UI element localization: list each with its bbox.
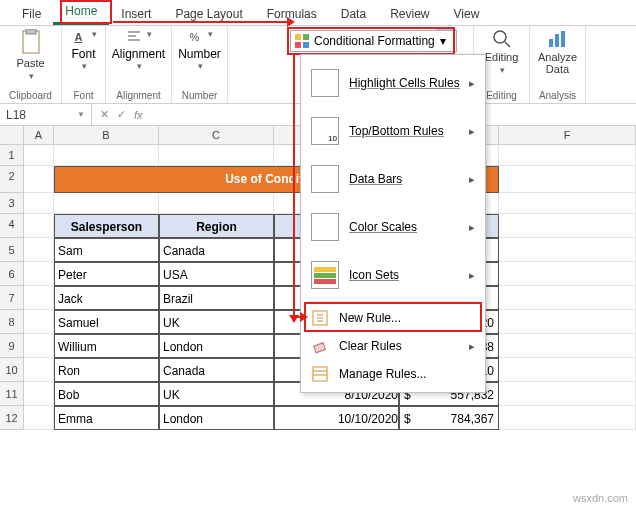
cell[interactable] — [24, 382, 54, 406]
chevron-right-icon: ▸ — [469, 77, 475, 90]
row-header[interactable]: 12 — [0, 406, 24, 430]
cell[interactable] — [499, 145, 636, 166]
menu-label: Clear Rules — [339, 339, 402, 353]
cell[interactable] — [499, 214, 636, 238]
align-icon[interactable] — [126, 29, 142, 45]
row-header[interactable]: 2 — [0, 166, 24, 193]
row-header[interactable]: 8 — [0, 310, 24, 334]
cell-region[interactable]: USA — [159, 262, 274, 286]
cell[interactable] — [499, 334, 636, 358]
cell[interactable] — [499, 358, 636, 382]
cell[interactable] — [159, 145, 274, 166]
cell[interactable] — [24, 214, 54, 238]
cell[interactable] — [24, 334, 54, 358]
cell-salesperson[interactable]: Jack — [54, 286, 159, 310]
svg-rect-5 — [555, 34, 559, 47]
cell-region[interactable]: London — [159, 334, 274, 358]
number-label[interactable]: Number — [178, 47, 221, 61]
col-header-c[interactable]: C — [159, 126, 274, 144]
percent-icon[interactable]: % — [187, 29, 203, 45]
cell[interactable] — [24, 238, 54, 262]
editing-button[interactable]: Editing ▾ — [480, 29, 524, 75]
menu-top-bottom-rules[interactable]: Top/Bottom Rules ▸ — [301, 107, 485, 155]
cell[interactable] — [24, 262, 54, 286]
tab-review[interactable]: Review — [378, 3, 441, 25]
cell-salesperson[interactable]: Samuel — [54, 310, 159, 334]
cell[interactable] — [54, 193, 159, 214]
arrow-home-to-cf — [113, 21, 288, 23]
cell-region[interactable]: Brazil — [159, 286, 274, 310]
font-icon[interactable]: A — [71, 29, 87, 45]
row-header[interactable]: 9 — [0, 334, 24, 358]
tab-data[interactable]: Data — [329, 3, 378, 25]
font-label[interactable]: Font — [71, 47, 95, 61]
cell[interactable] — [499, 262, 636, 286]
menu-label: Color Scales — [349, 220, 417, 234]
menu-icon-sets[interactable]: Icon Sets ▸ — [301, 251, 485, 299]
col-header-b[interactable]: B — [54, 126, 159, 144]
cell[interactable] — [24, 358, 54, 382]
cell-salesperson[interactable]: Bob — [54, 382, 159, 406]
row-header[interactable]: 6 — [0, 262, 24, 286]
paste-button[interactable]: Paste ▾ — [9, 29, 53, 81]
tab-view[interactable]: View — [442, 3, 492, 25]
cell-salesperson[interactable]: Ron — [54, 358, 159, 382]
row-header[interactable]: 11 — [0, 382, 24, 406]
clipboard-icon — [20, 29, 42, 55]
cell-salesperson[interactable]: Willium — [54, 334, 159, 358]
row-header[interactable]: 1 — [0, 145, 24, 166]
cell-salesperson[interactable]: Peter — [54, 262, 159, 286]
cell[interactable] — [24, 310, 54, 334]
svg-rect-9 — [313, 367, 327, 381]
fx-icon[interactable]: fx — [134, 109, 143, 121]
cell-region[interactable]: Canada — [159, 358, 274, 382]
paste-label: Paste — [16, 57, 44, 69]
name-box[interactable]: L18 ▼ — [0, 104, 92, 125]
row-header[interactable]: 7 — [0, 286, 24, 310]
menu-data-bars[interactable]: Data Bars ▸ — [301, 155, 485, 203]
group-clipboard-label: Clipboard — [0, 90, 61, 101]
enter-icon[interactable]: ✓ — [117, 108, 126, 121]
cell[interactable] — [24, 406, 54, 430]
row-header[interactable]: 10 — [0, 358, 24, 382]
header-region[interactable]: Region — [159, 214, 274, 238]
col-header-a[interactable]: A — [24, 126, 54, 144]
menu-color-scales[interactable]: Color Scales ▸ — [301, 203, 485, 251]
cell[interactable] — [499, 238, 636, 262]
row-header[interactable]: 5 — [0, 238, 24, 262]
analyze-data-button[interactable]: Analyze Data — [536, 29, 580, 75]
row-header[interactable]: 3 — [0, 193, 24, 214]
tab-file[interactable]: File — [10, 3, 53, 25]
svg-point-3 — [494, 31, 506, 43]
menu-highlight-cells-rules[interactable]: Highlight Cells Rules ▸ — [301, 59, 485, 107]
select-all[interactable] — [0, 126, 24, 144]
col-header-f[interactable]: F — [499, 126, 636, 144]
cell[interactable] — [24, 193, 54, 214]
alignment-label[interactable]: Alignment — [112, 47, 165, 61]
cell-amount[interactable]: $784,367 — [399, 406, 499, 430]
cell[interactable] — [499, 286, 636, 310]
cell-region[interactable]: London — [159, 406, 274, 430]
menu-manage-rules[interactable]: Manage Rules... — [301, 360, 485, 388]
header-salesperson[interactable]: Salesperson — [54, 214, 159, 238]
cell[interactable] — [54, 145, 159, 166]
chevron-right-icon: ▸ — [469, 125, 475, 138]
cell-region[interactable]: Canada — [159, 238, 274, 262]
cell-salesperson[interactable]: Sam — [54, 238, 159, 262]
cell-salesperson[interactable]: Emma — [54, 406, 159, 430]
cell-date[interactable]: 10/10/2020 — [274, 406, 399, 430]
cell[interactable] — [499, 310, 636, 334]
cell-region[interactable]: UK — [159, 382, 274, 406]
cancel-icon[interactable]: ✕ — [100, 108, 109, 121]
cell[interactable] — [499, 193, 636, 214]
cell-region[interactable]: UK — [159, 310, 274, 334]
cell[interactable] — [24, 286, 54, 310]
cell[interactable] — [159, 193, 274, 214]
cell[interactable] — [24, 166, 54, 193]
cell[interactable] — [499, 382, 636, 406]
cell[interactable] — [499, 166, 636, 193]
cell[interactable] — [24, 145, 54, 166]
menu-clear-rules[interactable]: Clear Rules ▸ — [301, 332, 485, 360]
row-header[interactable]: 4 — [0, 214, 24, 238]
cell[interactable] — [499, 406, 636, 430]
